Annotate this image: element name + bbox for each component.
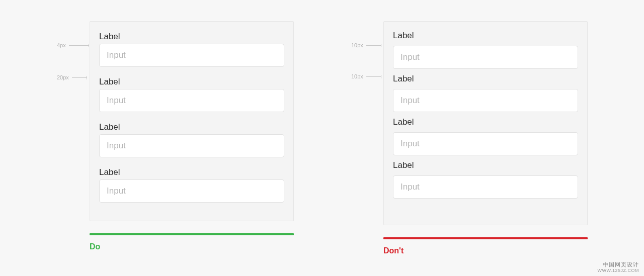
field-label: Label <box>393 74 578 84</box>
form-field: Label <box>99 32 284 67</box>
spacing-annotation: 10px <box>351 73 381 79</box>
form-field: Label <box>99 77 284 112</box>
spacing-annotation-text: 20px <box>57 74 72 80</box>
field-label: Label <box>99 77 284 87</box>
verdict-label: Do <box>90 242 294 251</box>
form-field: Label <box>393 117 578 155</box>
field-label: Label <box>393 160 578 170</box>
field-input[interactable] <box>393 132 578 155</box>
field-input[interactable] <box>393 175 578 199</box>
field-input[interactable] <box>99 179 284 203</box>
spacing-annotation: 20px <box>57 74 87 80</box>
spacing-annotation-bar <box>72 77 87 78</box>
spacing-annotation-bar <box>366 45 381 46</box>
field-input[interactable] <box>99 44 284 67</box>
example-dont: 10px 10px Label Label Label Label Don't <box>383 21 588 255</box>
verdict-underline <box>90 233 294 235</box>
form-panel: Label Label Label Label <box>90 21 294 221</box>
spacing-annotation-text: 10px <box>351 42 366 48</box>
form-field: Label <box>393 74 578 112</box>
spacing-annotation: 10px <box>351 42 381 48</box>
spacing-annotation-text: 10px <box>351 73 366 79</box>
field-input[interactable] <box>99 134 284 157</box>
form-panel: Label Label Label Label <box>383 21 588 225</box>
field-label: Label <box>99 122 284 132</box>
field-label: Label <box>393 117 578 127</box>
form-field: Label <box>393 31 578 69</box>
watermark-text: 中国网页设计 <box>598 261 639 268</box>
spacing-annotation-bar <box>69 45 89 46</box>
field-label: Label <box>99 32 284 42</box>
verdict-label: Don't <box>383 246 588 255</box>
spacing-annotation: 4px <box>57 42 89 48</box>
field-input[interactable] <box>99 89 284 112</box>
form-field: Label <box>99 167 284 203</box>
spacing-annotation-text: 4px <box>57 42 69 48</box>
field-input[interactable] <box>393 89 578 112</box>
field-input[interactable] <box>393 46 578 69</box>
watermark-url: WWW.125JZ.COM <box>598 268 639 273</box>
example-do: 4px 20px Label Label Label Label Do <box>90 21 294 251</box>
watermark: 中国网页设计 WWW.125JZ.COM <box>598 261 639 273</box>
spacing-annotation-bar <box>366 76 381 77</box>
verdict-underline <box>383 237 588 239</box>
form-field: Label <box>393 160 578 199</box>
field-label: Label <box>393 31 578 41</box>
form-field: Label <box>99 122 284 157</box>
field-label: Label <box>99 167 284 177</box>
